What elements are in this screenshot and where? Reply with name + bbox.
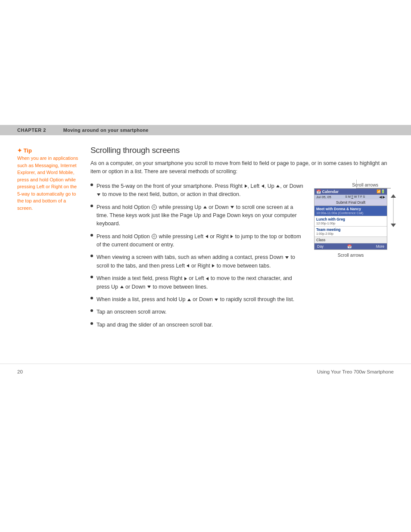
intro-text: As on a computer, on your smartphone you… [90, 159, 394, 176]
screen-entry-3: Team meeting 1:00p-2:00p [314, 227, 387, 237]
bottom-icon: 📅 [347, 244, 352, 249]
list-item: When inside a list, press and hold Up or… [90, 296, 308, 304]
list-item: Press and hold Option ⊙ while pressing U… [90, 203, 308, 228]
bullet-list-col: Press the 5-way on the front of your sma… [90, 182, 308, 333]
screen-days: S M T W T F S [345, 195, 365, 199]
chapter-label: CHAPTER 2 [17, 128, 46, 133]
bullet-dot [90, 205, 93, 207]
bullet-dot [90, 184, 93, 186]
chapter-title: Moving around on your smartphone [63, 128, 149, 133]
book-title: Using Your Treo 700w Smartphone [317, 369, 394, 374]
scroll-arrows-svg [387, 188, 399, 250]
bullet-text: Tap and drag the slider of an onscreen s… [97, 321, 303, 329]
bullet-text: When inside a text field, press Right or… [97, 274, 303, 291]
svg-marker-1 [391, 224, 396, 227]
entry-title-3: Team meeting [316, 227, 385, 232]
bullet-text: When inside a list, press and hold Up or… [97, 296, 303, 304]
content-area: ✦ Tip When you are in applications such … [0, 135, 411, 351]
chapter-bar: CHAPTER 2 Moving around on your smartpho… [0, 125, 411, 135]
screen-icons: 📶🔋 [377, 190, 385, 193]
screenshot-wrapper: Scroll arrows 📅 Calendar 📶🔋 Jul 05, 05 S… [308, 182, 394, 258]
main-column: Scrolling through screens As on a comput… [90, 146, 394, 333]
bullet-text: Press the 5-way on the front of your sma… [97, 182, 303, 199]
annotation-line-top [356, 180, 399, 190]
screen-entry-2: Lunch with Greg 12:00p-1:00p [314, 216, 387, 227]
bullet-and-image: Press the 5-way on the front of your sma… [90, 182, 394, 333]
bullet-dot [90, 276, 93, 278]
bottom-day: Day [317, 244, 324, 249]
screen-entry-1: Meet with Donna & Nancy 10:00a-11:00a (C… [314, 206, 387, 216]
entry-title-2: Lunch with Greg [316, 217, 385, 221]
list-item: When inside a text field, press Right or… [90, 274, 308, 291]
screen-bottom-bar: Day 📅 More [314, 243, 387, 249]
bullet-dot [90, 309, 93, 312]
bullet-list: Press the 5-way on the front of your sma… [90, 182, 308, 329]
tip-text: When you are in applications such as Mes… [17, 155, 82, 212]
screen-title: 📅 Calendar [316, 190, 339, 194]
page-number: 20 [17, 369, 23, 374]
bullet-text: Press and hold Option ⊙ while pressing L… [97, 233, 303, 249]
screen-date: Jul 05, 05 [316, 195, 331, 199]
tip-star: ✦ Tip [17, 147, 82, 154]
bottom-more: More [376, 244, 384, 249]
screen-submit: Submit Final Draft [314, 199, 387, 206]
list-item: Press and hold Option ⊙ while pressing L… [90, 233, 308, 249]
list-item: Tap an onscreen scroll arrow. [90, 308, 308, 316]
list-item: Press the 5-way on the front of your sma… [90, 182, 308, 199]
page-footer: 20 Using Your Treo 700w Smartphone [0, 364, 411, 380]
bullet-text: Press and hold Option ⊙ while pressing U… [97, 203, 303, 228]
list-item: When viewing a screen with tabs, such as… [90, 253, 308, 270]
screen-nav: ◀ ▶ [379, 195, 385, 199]
bullet-dot [90, 297, 93, 299]
tip-column: ✦ Tip When you are in applications such … [17, 146, 90, 333]
phone-screen: 📅 Calendar 📶🔋 Jul 05, 05 S M T W T F S ◀… [314, 188, 387, 250]
bullet-dot [90, 234, 93, 236]
bullet-text: Tap an onscreen scroll arrow. [97, 308, 303, 316]
svg-marker-0 [391, 194, 396, 198]
list-item: Tap and drag the slider of an onscreen s… [90, 321, 308, 329]
entry-title-1: Meet with Donna & Nancy [316, 207, 385, 211]
entry-time-1: 10:00a-11:00a (Conference Call) [316, 211, 385, 215]
screen-class: Class [314, 237, 387, 243]
bullet-dot [90, 322, 93, 325]
section-title: Scrolling through screens [90, 146, 394, 155]
bullet-dot [90, 255, 93, 257]
entry-time-2: 12:00p-1:00p [316, 221, 385, 225]
bullet-text: When viewing a screen with tabs, such as… [97, 253, 303, 270]
screen-date-bar: Jul 05, 05 S M T W T F S ◀ ▶ [314, 195, 387, 199]
scroll-arrows-label-bottom: Scroll arrows [308, 252, 394, 258]
entry-time-3: 1:00p-2:00p [316, 232, 385, 236]
